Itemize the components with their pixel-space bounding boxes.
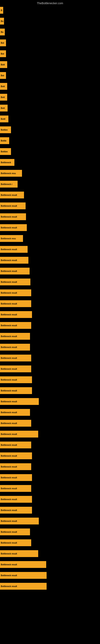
bar-row: Bottleneck result [0,333,100,340]
bar-label: Bottleneck result [1,520,17,522]
bar-label: Bott [1,64,5,66]
bar: B [0,7,3,14]
bar: Bottleneck result [0,409,30,416]
bar-row: Bottl [0,116,100,122]
bar-label: Bottleneck result [1,292,17,294]
bar-label: Bottleneck result [1,585,17,588]
bar-label: Bo [1,31,3,33]
bar-row: Bottle [0,137,100,144]
bar: Bottleneck result [0,550,38,557]
bar-label: Bottleneck result [1,564,17,566]
bar-label: Bottle [1,140,6,142]
bar-label: Bottleneck result [1,509,17,512]
bar: Bottleneck result [0,344,30,350]
bar-label: Bottleneck result [1,574,17,576]
bar-label: Bottleneck resu [1,238,16,240]
bar: Bottleneck result [0,431,38,438]
bar-label: Bottleneck result [1,259,17,262]
bar: Bot [0,72,6,79]
bar: Bottleneck result [0,442,31,448]
bar: Bottleneck result [0,496,32,503]
bar-row: Bottleneck result [0,398,100,405]
bar-label: Bottleneck result [1,433,17,435]
bar: Bottleneck result [0,224,27,231]
bar: Bottleneck result [0,583,47,590]
bar-row: Bottleneck result [0,528,100,535]
bar: Bottleneck resu [0,235,23,242]
bar-label: Bottleneck result [1,476,17,479]
bar-row: Bottleneck result [0,354,100,362]
bar: Bottleneck result [0,376,32,383]
bar: Bottleneck result [0,387,32,394]
bar-row: Bo [0,28,100,36]
bar: Bot [0,50,6,57]
bar-row: Bottleneck result [0,311,100,318]
bar-row: Bott [0,94,100,100]
bar-label: Bottleneck result [1,379,17,381]
bar-row: Bottlen [0,126,100,133]
bar-label: Bottleneck result [1,542,17,544]
page-wrapper: TheBottlenecker.com BBoBoBotBotBottBotBo… [0,0,100,644]
bar-row: Bottleneck result [0,192,100,198]
bar: Bottleneck result [0,192,24,198]
bar: Bottleneck result [0,518,39,524]
bar-row: Bottleneck result [0,202,100,209]
bar-label: Bo [1,20,3,22]
bar: Bottleneck result [0,290,31,296]
bar: Bottleneck result [0,474,32,481]
bar-label: Bottleneck result [1,368,17,370]
bar-label: Bottleneck result [1,466,17,468]
bar: Bottle [0,137,9,144]
bar-row: Bottleneck result [0,518,100,524]
bar-row: Bottleneck result [0,268,100,274]
bar-label: Bottleneck result [1,324,17,327]
bar: Bottleneck result [0,561,46,568]
bar: Bottleneck result [0,246,28,253]
bar-row: Bottleneck result [0,224,100,231]
bar-row: Bottleneck result [0,257,100,264]
bar-label: B [1,9,2,12]
bar-label: Bott [1,85,5,88]
bar: Bottleneck result [0,452,32,459]
bar-label: Bot [1,74,4,77]
bar-label: Bottleneck result [1,335,17,338]
bar-label: Bottleneck result [1,553,17,555]
bar-row: Bottleneck result [0,539,100,546]
bar: Bottleneck result [0,539,31,546]
bar: Bottleneck result [0,311,32,318]
bar-label: Bott [1,107,5,109]
bar: Bo [0,18,4,24]
bar-label: Bottleneck r [1,183,12,185]
bar-row: Bottleneck result [0,376,100,383]
bar-label: Bottleneck result [1,346,17,348]
bar-label: Bottleneck result [1,498,17,500]
bar-label: Bottleneck result [1,422,17,424]
bar: Bott [0,83,7,90]
bar: Bott [0,61,7,68]
bar-label: Bottleneck [1,162,11,164]
bar: Bott [0,94,7,100]
bar-label: Bottl [1,118,5,120]
bar: Bottleneck result [0,213,26,220]
bar-row: Bottleneck result [0,300,100,307]
bar-row: Bottleneck result [0,366,100,372]
bar-row: Bottleneck [0,159,100,166]
bar-label: Bot [1,53,4,55]
bar-row: Bott [0,105,100,112]
bar: Bottlen [0,126,11,133]
bar-row: Bottleneck result [0,344,100,350]
bar: Bot [0,40,6,46]
bar: Bottleneck result [0,257,28,264]
bar: Bottleneck r [0,181,18,188]
bar-label: Bottleneck result [1,411,17,414]
bar-row: Bottleneck result [0,387,100,394]
bar-label: Bottleneck result [1,488,17,490]
bar: Bottleneck result [0,322,31,329]
bar: Bottleneck result [0,572,47,579]
bar-label: Bottleneck result [1,281,17,283]
bar-row: Bottleneck result [0,561,100,568]
bar-row: Bottleneck result [0,213,100,220]
bar-row: Bot [0,50,100,57]
bar-row: Bottleneck result [0,442,100,448]
bar-row: B [0,7,100,14]
